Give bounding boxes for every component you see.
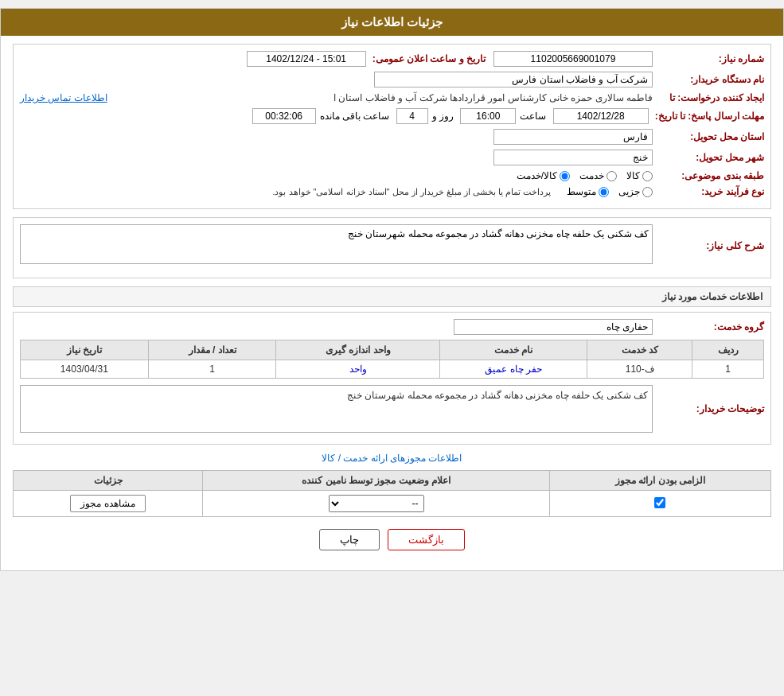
- permit-col-details: جزئیات: [14, 471, 203, 491]
- services-table: ردیف کد خدمت نام خدمت واحد اندازه گیری ت…: [20, 340, 764, 379]
- col-unit: واحد اندازه گیری: [276, 340, 440, 360]
- service-group-row: گروه خدمت:: [20, 319, 764, 335]
- purchase-radio-motavaset-input[interactable]: [599, 187, 609, 197]
- category-radio-khedmat-input[interactable]: [607, 171, 617, 181]
- category-radio-both[interactable]: کالا/خدمت: [517, 170, 570, 181]
- purchase-radio-motavaset[interactable]: متوسط: [567, 186, 609, 197]
- view-permit-button[interactable]: مشاهده مجوز: [70, 495, 145, 512]
- cell-code: ف-110: [587, 360, 692, 379]
- purchase-type-label: نوع فرآیند خرید:: [653, 186, 764, 197]
- buyer-desc-label: توضیحات خریدار:: [653, 403, 764, 414]
- cell-qty: 1: [148, 360, 276, 379]
- need-desc-textarea[interactable]: [20, 224, 653, 264]
- col-qty: تعداد / مقدار: [148, 340, 276, 360]
- permit-col-status: اعلام وضعیت مجوز توسط نامین کننده: [203, 471, 550, 491]
- permit-status-select[interactable]: --: [329, 495, 424, 512]
- city-row: شهر محل تحویل:: [20, 150, 764, 165]
- permit-status-cell: --: [203, 491, 550, 517]
- permit-details-cell: مشاهده مجوز: [14, 491, 203, 517]
- service-group-label: گروه خدمت:: [653, 321, 764, 332]
- category-radio-khedmat[interactable]: خدمت: [579, 170, 617, 181]
- category-kala-label: کالا: [626, 170, 640, 181]
- table-row: 1 ف-110 حفر چاه عمیق واحد 1 1403/04/31: [21, 360, 764, 379]
- city-label: شهر محل تحویل:: [653, 152, 764, 163]
- need-desc-label: شرح کلی نیاز:: [653, 240, 764, 251]
- creator-contact-link[interactable]: اطلاعات تماس خریدار: [20, 92, 107, 103]
- need-desc-row: شرح کلی نیاز:: [20, 224, 764, 266]
- main-info-section: شماره نیاز: تاریخ و ساعت اعلان عمومی: نا…: [13, 44, 771, 209]
- col-name: نام خدمت: [440, 340, 587, 360]
- deadline-date-input[interactable]: [553, 108, 649, 124]
- buyer-org-label: نام دستگاه خریدار:: [653, 74, 764, 85]
- category-radio-both-input[interactable]: [560, 171, 570, 181]
- category-radio-group: کالا خدمت کالا/خدمت: [517, 170, 653, 181]
- remaining-label: ساعت باقی مانده: [316, 111, 394, 122]
- permits-table: الزامی بودن ارائه مجوز اعلام وضعیت مجوز …: [13, 470, 771, 517]
- category-radio-kala-input[interactable]: [642, 171, 653, 181]
- category-both-label: کالا/خدمت: [517, 170, 557, 181]
- services-section: گروه خدمت: ردیف کد خدمت نام خدمت واحد ان…: [13, 312, 771, 445]
- buyer-desc-text: کف شکنی یک حلفه چاه مخزنی دهانه گشاد در …: [20, 385, 653, 433]
- button-bar: بازگشت چاپ: [13, 529, 771, 550]
- creator-label: ایجاد کننده درخواست: تا: [653, 92, 764, 103]
- deadline-label: مهلت ارسال پاسخ: تا تاریخ:: [649, 111, 764, 122]
- buyer-desc-row: توضیحات خریدار: کف شکنی یک حلفه چاه مخزن…: [20, 385, 764, 433]
- col-row: ردیف: [692, 340, 764, 360]
- purchase-note: پرداخت تمام یا بخشی از مبلغ خریدار از مح…: [20, 187, 567, 197]
- purchase-jozi-label: جزیی: [618, 186, 640, 197]
- permits-section-link[interactable]: اطلاعات مجوزهای ارائه خدمت / کالا: [13, 453, 771, 464]
- col-code: کد خدمت: [587, 340, 692, 360]
- deadline-day-label: روز و: [428, 111, 458, 122]
- need-number-row: شماره نیاز: تاریخ و ساعت اعلان عمومی:: [20, 51, 764, 67]
- deadline-days-input[interactable]: [396, 108, 428, 124]
- back-button[interactable]: بازگشت: [388, 529, 465, 550]
- deadline-time-label: ساعت: [516, 111, 550, 122]
- province-row: استان محل تحویل:: [20, 129, 764, 145]
- cell-name: حفر چاه عمیق: [440, 360, 587, 379]
- permit-required-checkbox[interactable]: [654, 497, 665, 508]
- purchase-motavaset-label: متوسط: [567, 186, 596, 197]
- remaining-time-input[interactable]: [252, 108, 316, 124]
- category-label: طبقه بندی موضوعی:: [653, 170, 764, 181]
- need-number-label: شماره نیاز:: [653, 53, 764, 64]
- category-row: طبقه بندی موضوعی: کالا خدمت کالا/خدمت: [20, 170, 764, 181]
- deadline-time-input[interactable]: [460, 108, 516, 124]
- purchase-type-radio-group: جزیی متوسط: [567, 186, 653, 197]
- date-input[interactable]: [247, 51, 366, 67]
- date-label: تاریخ و ساعت اعلان عمومی:: [366, 53, 486, 64]
- permits-section: الزامی بودن ارائه مجوز اعلام وضعیت مجوز …: [13, 470, 771, 517]
- purchase-radio-jozi[interactable]: جزیی: [618, 186, 653, 197]
- need-number-input[interactable]: [493, 51, 653, 67]
- province-input[interactable]: [493, 129, 653, 145]
- need-desc-section: شرح کلی نیاز:: [13, 217, 771, 278]
- service-group-input[interactable]: [454, 319, 653, 335]
- province-label: استان محل تحویل:: [653, 131, 764, 142]
- buyer-org-row: نام دستگاه خریدار:: [20, 72, 764, 87]
- cell-row: 1: [692, 360, 764, 379]
- list-item: -- مشاهده مجوز: [14, 491, 771, 517]
- print-button[interactable]: چاپ: [319, 529, 380, 550]
- col-date: تاریخ نیاز: [21, 340, 149, 360]
- purchase-radio-jozi-input[interactable]: [642, 187, 653, 197]
- creator-value: فاطمه سالاری حمزه خانی کارشناس امور قرار…: [110, 92, 653, 103]
- city-input[interactable]: [493, 150, 653, 165]
- permit-col-required: الزامی بودن ارائه مجوز: [549, 471, 770, 491]
- cell-unit: واحد: [276, 360, 440, 379]
- creator-row: ایجاد کننده درخواست: تا فاطمه سالاری حمز…: [20, 92, 764, 103]
- purchase-type-row: نوع فرآیند خرید: جزیی متوسط پرداخت تمام …: [20, 186, 764, 197]
- cell-date: 1403/04/31: [21, 360, 149, 379]
- category-khedmat-label: خدمت: [579, 170, 604, 181]
- services-section-title: اطلاعات خدمات مورد نیاز: [13, 286, 771, 307]
- category-radio-kala[interactable]: کالا: [626, 170, 653, 181]
- permit-required-cell: [549, 491, 770, 517]
- buyer-org-input[interactable]: [374, 72, 653, 87]
- deadline-row: مهلت ارسال پاسخ: تا تاریخ: ساعت روز و سا…: [20, 108, 764, 124]
- page-title: جزئیات اطلاعات نیاز: [1, 9, 783, 36]
